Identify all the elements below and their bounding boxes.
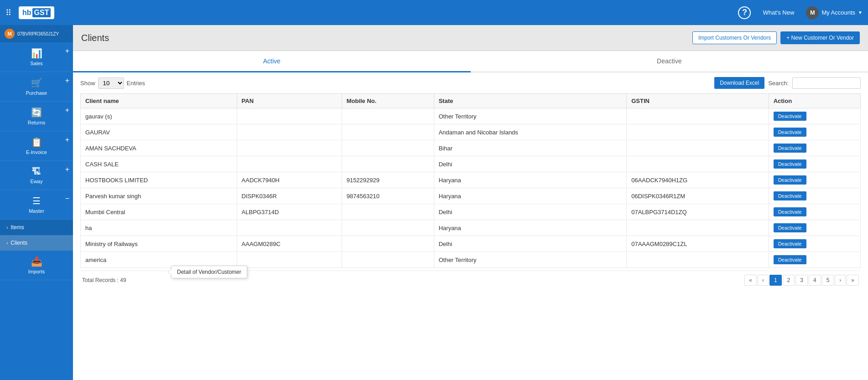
cell-action: Deactivate [769, 188, 860, 204]
new-customer-button[interactable]: + New Customer Or Vendor [780, 31, 860, 44]
grid-icon[interactable]: ⠿ [5, 8, 11, 18]
table-body: gaurav (s) Other Territory Deactivate GA… [81, 108, 861, 268]
cell-action: Deactivate [769, 220, 860, 236]
whats-new-link[interactable]: What's New [763, 9, 794, 16]
col-mobile: Mobile No. [342, 94, 434, 108]
deactivate-button[interactable]: Deactivate [774, 239, 806, 248]
sidebar-returns-label: Returns [28, 120, 46, 125]
table-row: GAURAV Andaman and Nicobar Islands Deact… [81, 124, 861, 140]
logo-hb: hb [22, 9, 31, 17]
deactivate-button[interactable]: Deactivate [774, 128, 806, 137]
sidebar-item-master[interactable]: ☰ Master − [0, 190, 73, 220]
cell-client-name: AMAN SACHDEVA [81, 140, 237, 156]
purchase-add-icon[interactable]: + [65, 77, 69, 85]
cell-mobile: 9874563210 [342, 188, 434, 204]
page-button[interactable]: 3 [795, 275, 808, 286]
page-button[interactable]: ‹ [758, 275, 769, 286]
table-right-controls: Download Excel Search: [714, 77, 861, 89]
cell-pan [237, 156, 342, 172]
sidebar-item-imports[interactable]: 📥 Imports [0, 251, 73, 280]
col-action: Action [769, 94, 860, 108]
page-button[interactable]: » [847, 275, 859, 286]
page-button[interactable]: 2 [783, 275, 795, 286]
table-controls: Show 10 25 50 100 Entries Download Excel… [80, 77, 861, 89]
total-records: Total Records : 49 [82, 277, 126, 283]
deactivate-button[interactable]: Deactivate [774, 207, 806, 216]
cell-pan [237, 252, 342, 268]
table-row: AMAN SACHDEVA Bihar Deactivate [81, 140, 861, 156]
page-button[interactable]: 5 [822, 275, 834, 286]
sidebar-item-purchase[interactable]: 🛒 Purchase + [0, 72, 73, 102]
pagination: «‹12345›» [744, 275, 859, 286]
entries-select[interactable]: 10 25 50 100 [98, 77, 124, 89]
master-collapse-icon[interactable]: − [65, 195, 69, 203]
sidebar-user: M 07BVRPR3650J1ZY [0, 25, 73, 42]
cell-gstin: 06DISPK0346R1ZM [627, 188, 769, 204]
user-id: 07BVRPR3650J1ZY [17, 31, 59, 36]
account-chevron-icon: ▼ [858, 10, 863, 15]
cell-state: Andaman and Nicobar Islands [434, 124, 627, 140]
cell-state: Delhi [434, 204, 627, 220]
cell-state: Delhi [434, 236, 627, 252]
cell-client-name: GAURAV [81, 124, 237, 140]
cell-state: Other Territory [434, 108, 627, 124]
sidebar-item-returns[interactable]: 🔄 Returns + [0, 102, 73, 131]
tooltip-arrow [168, 269, 172, 275]
cell-action: Deactivate [769, 108, 860, 124]
sidebar-master-label: Master [29, 208, 44, 214]
sidebar-sub-clients[interactable]: › Clients [0, 235, 73, 251]
sales-add-icon[interactable]: + [65, 47, 69, 55]
page-button[interactable]: « [744, 275, 757, 286]
deactivate-button[interactable]: Deactivate [774, 159, 806, 169]
table-row: HOSTBOOKS LIMITED AADCK7940H 9152292929 … [81, 172, 861, 188]
tab-active[interactable]: Active [73, 51, 471, 72]
my-accounts-label: My Accounts [821, 9, 855, 16]
help-icon[interactable]: ? [738, 6, 751, 19]
master-icon: ☰ [32, 195, 41, 206]
cell-action: Deactivate [769, 236, 860, 252]
cell-mobile [342, 124, 434, 140]
returns-add-icon[interactable]: + [65, 106, 69, 114]
einvoice-icon: 📋 [31, 137, 42, 148]
sidebar-item-sales[interactable]: 📊 Sales + [0, 42, 73, 72]
table-row: CASH SALE Delhi Deactivate [81, 156, 861, 172]
import-customers-button[interactable]: Import Customers Or Vendors [692, 31, 777, 44]
eway-add-icon[interactable]: + [65, 165, 69, 174]
page-title: Clients [81, 33, 109, 43]
cell-action: Deactivate [769, 204, 860, 220]
page-button[interactable]: 4 [809, 275, 821, 286]
search-input[interactable] [792, 77, 861, 89]
sidebar-item-eway[interactable]: 🏗 Eway + [0, 161, 73, 190]
cell-pan: AADCK7940H [237, 172, 342, 188]
imports-icon: 📥 [31, 256, 42, 267]
sidebar: M 07BVRPR3650J1ZY 📊 Sales + 🛒 Purchase +… [0, 25, 73, 380]
sidebar-sub-items[interactable]: › Items [0, 220, 73, 235]
cell-gstin [627, 156, 769, 172]
deactivate-button[interactable]: Deactivate [774, 175, 806, 185]
page-button[interactable]: 1 [769, 275, 782, 286]
logo-gst: GST [32, 8, 51, 17]
cell-gstin [627, 220, 769, 236]
header-actions: Import Customers Or Vendors + New Custom… [692, 31, 860, 44]
sidebar-clients-label: Clients [10, 240, 27, 246]
cell-mobile [342, 204, 434, 220]
cell-state: Delhi [434, 156, 627, 172]
einvoice-add-icon[interactable]: + [65, 136, 69, 144]
deactivate-button[interactable]: Deactivate [774, 223, 806, 232]
cell-state: Haryana [434, 172, 627, 188]
col-state: State [434, 94, 627, 108]
cell-action: Deactivate [769, 172, 860, 188]
page-button[interactable]: › [835, 275, 846, 286]
tabs-bar: Active Deactive [73, 51, 868, 72]
deactivate-button[interactable]: Deactivate [774, 255, 806, 264]
sidebar-item-einvoice[interactable]: 📋 E-Invoice + [0, 131, 73, 161]
tab-deactive[interactable]: Deactive [471, 51, 868, 72]
download-excel-button[interactable]: Download Excel [714, 77, 764, 89]
deactivate-button[interactable]: Deactivate [774, 191, 806, 200]
cell-mobile [342, 220, 434, 236]
my-accounts-menu[interactable]: M My Accounts ▼ [806, 6, 863, 19]
deactivate-button[interactable]: Deactivate [774, 112, 806, 121]
master-submenu: › Items › Clients [0, 220, 73, 251]
table-area: Show 10 25 50 100 Entries Download Excel… [73, 72, 868, 380]
deactivate-button[interactable]: Deactivate [774, 144, 806, 153]
